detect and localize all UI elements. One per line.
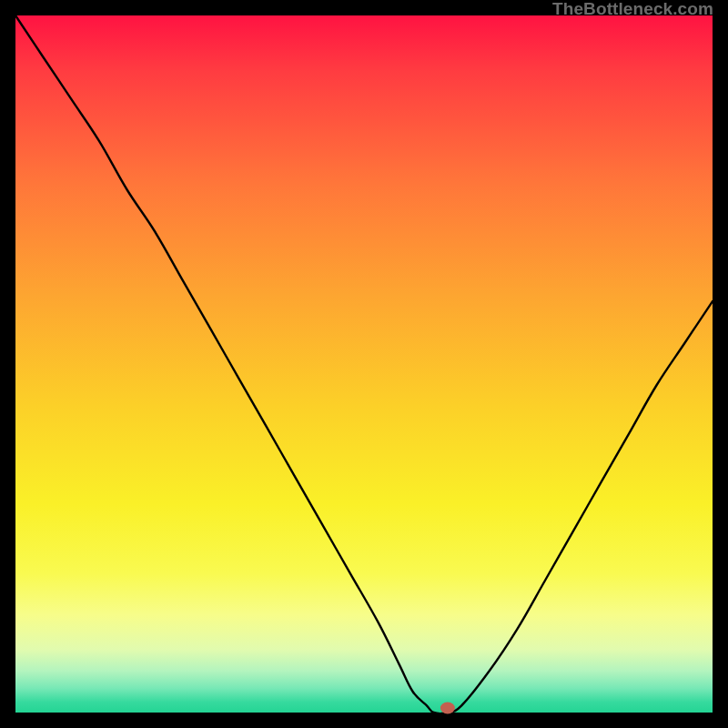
- optimum-marker: [440, 703, 455, 714]
- plot-area: [15, 15, 713, 713]
- bottleneck-curve: [15, 15, 713, 713]
- chart-frame: TheBottleneck.com: [0, 0, 728, 728]
- curve-svg: [15, 15, 713, 713]
